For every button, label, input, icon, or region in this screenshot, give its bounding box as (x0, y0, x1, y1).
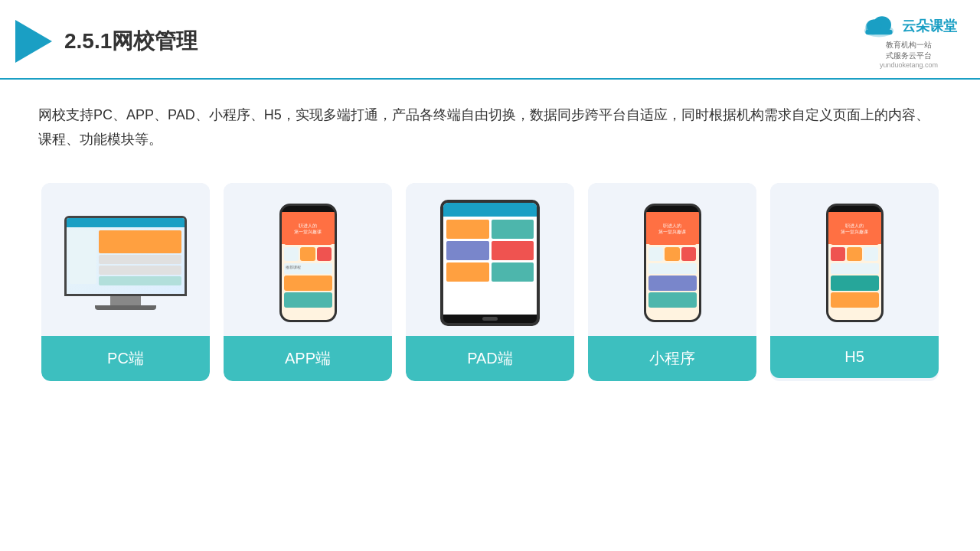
description-text: 网校支持PC、APP、PAD、小程序、H5，实现多端打通，产品各终端自由切换，数… (38, 103, 942, 152)
phone-mockup-app: 职进人的第一堂兴趣课 推荐课程 (279, 204, 337, 322)
page-header: 2.5.1网校管理 云朵课堂 教育机构一站 式服务云平台 yunduoketan… (0, 0, 980, 80)
pc-screen (67, 218, 185, 294)
tablet-screen (443, 203, 537, 315)
card-miniapp-label: 小程序 (588, 336, 756, 381)
card-pc-label: PC端 (41, 336, 210, 381)
card-h5-image: 职进人的第一堂兴趣课 (770, 183, 939, 336)
svg-rect-4 (865, 30, 892, 34)
phone-screen-mini: 职进人的第一堂兴趣课 (646, 212, 699, 320)
logo-slogan: 教育机构一站 式服务云平台 (886, 40, 932, 61)
pc-monitor (64, 216, 187, 296)
phone-screen-app: 职进人的第一堂兴趣课 推荐课程 (282, 212, 335, 320)
phone-mockup-mini: 职进人的第一堂兴趣课 (644, 204, 701, 322)
logo-cloud: 云朵课堂 (861, 14, 957, 38)
page-title: 2.5.1网校管理 (64, 27, 198, 56)
phone-screen-h5: 职进人的第一堂兴趣课 (828, 212, 881, 320)
card-h5: 职进人的第一堂兴趣课 H5 (770, 183, 939, 381)
header-left: 2.5.1网校管理 (15, 20, 198, 63)
card-h5-label: H5 (770, 336, 939, 378)
play-icon (15, 20, 52, 63)
card-pad-image (406, 183, 574, 336)
card-pc: PC端 (41, 183, 210, 381)
card-app-label: APP端 (224, 336, 392, 381)
logo-text: 云朵课堂 (902, 17, 957, 35)
main-content: 网校支持PC、APP、PAD、小程序、H5，实现多端打通，产品各终端自由切换，数… (0, 80, 980, 396)
tablet-mockup (440, 200, 540, 326)
card-pad: PAD端 (406, 183, 574, 381)
logo-area: 云朵课堂 教育机构一站 式服务云平台 yunduoketang.com (861, 14, 957, 69)
phone-mockup-h5: 职进人的第一堂兴趣课 (826, 204, 884, 322)
logo-url: yunduoketang.com (880, 61, 938, 69)
card-miniapp-image: 职进人的第一堂兴趣课 (588, 183, 756, 336)
card-pad-label: PAD端 (406, 336, 574, 381)
pc-mockup (64, 216, 187, 310)
card-app: 职进人的第一堂兴趣课 推荐课程 (224, 183, 392, 381)
card-pc-image (41, 183, 210, 336)
card-app-image: 职进人的第一堂兴趣课 推荐课程 (224, 183, 392, 336)
cloud-logo-icon (861, 14, 897, 38)
card-miniapp: 职进人的第一堂兴趣课 小程 (588, 183, 756, 381)
cards-container: PC端 职进人的第一堂兴趣课 (38, 183, 942, 381)
